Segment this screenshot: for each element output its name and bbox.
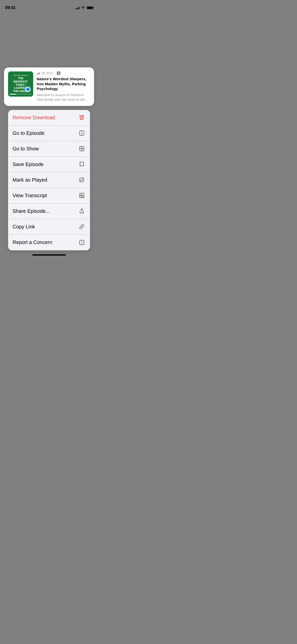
status-time: 09:41 [5,5,16,10]
bookmark-icon [78,160,86,168]
status-icons [75,6,93,10]
menu-item-label-mark-as-played: Mark as Played [13,177,47,183]
menu-item-go-to-show[interactable]: Go to Show [8,141,90,157]
report-icon [78,239,86,246]
share-icon [78,207,86,215]
svg-point-10 [81,243,82,244]
artwork-progress-bar [10,94,32,95]
episode-meta-dot: · [55,71,55,75]
menu-item-label-share-episode: Share Episode... [13,208,50,214]
info-icon [78,129,86,137]
menu-item-share-episode[interactable]: Share Episode... [8,204,90,219]
battery-icon [87,6,93,9]
artwork-eye-graphic [25,87,31,92]
home-indicator [32,254,66,256]
episode-time-ago: 2D AGO [41,71,53,75]
mark-played-icon [78,176,86,184]
trash-icon [78,114,86,121]
episode-signal-icon [37,72,40,74]
menu-item-report-concern[interactable]: Report a Concern [8,235,90,250]
episode-meta: 2D AGO · E [37,71,90,75]
svg-point-2 [81,132,82,132]
wifi-icon [81,6,85,10]
signal-icon [75,6,79,9]
episode-description: Welcome to Season 8! Producer Jess Boddy… [37,93,90,102]
menu-item-label-report-concern: Report a Concern [13,239,52,245]
menu-item-label-go-to-show: Go to Show [13,146,39,152]
episode-info: 2D AGO · E Nature's Weirdest Sleepers, I… [37,71,90,102]
menu-item-go-to-episode[interactable]: Go to Episode [8,126,90,141]
menu-item-label-go-to-episode: Go to Episode [13,130,45,136]
episode-card[interactable]: POPULAR SCIENCE THEWEIRDESTTHING ILEARNE… [4,67,94,106]
menu-item-copy-link[interactable]: Copy Link [8,219,90,235]
explicit-badge: E [57,71,60,75]
menu-item-save-episode[interactable]: Save Episode [8,157,90,172]
link-icon [78,223,86,230]
context-menu: Remove Download Go to Episode Go to S [8,110,90,250]
podcast-icon [78,145,86,152]
menu-item-remove-download[interactable]: Remove Download [8,110,90,126]
menu-item-mark-as-played[interactable]: Mark as Played [8,172,90,188]
episode-title: Nature's Weirdest Sleepers, Iron Maiden … [37,76,90,91]
svg-point-4 [81,148,82,149]
artwork-publisher: POPULAR SCIENCE [13,75,28,76]
menu-item-label-copy-link: Copy Link [13,224,35,230]
episode-artwork: POPULAR SCIENCE THEWEIRDESTTHING ILEARNE… [8,71,33,97]
status-bar: 09:41 [0,0,98,12]
menu-item-label-remove-download: Remove Download [13,115,55,120]
main-content: POPULAR SCIENCE THEWEIRDESTTHING ILEARNE… [0,67,98,250]
menu-item-view-transcript[interactable]: View Transcript [8,188,90,204]
transcript-icon [78,192,86,199]
menu-item-label-save-episode: Save Episode [13,162,44,167]
menu-item-label-view-transcript: View Transcript [13,193,47,198]
